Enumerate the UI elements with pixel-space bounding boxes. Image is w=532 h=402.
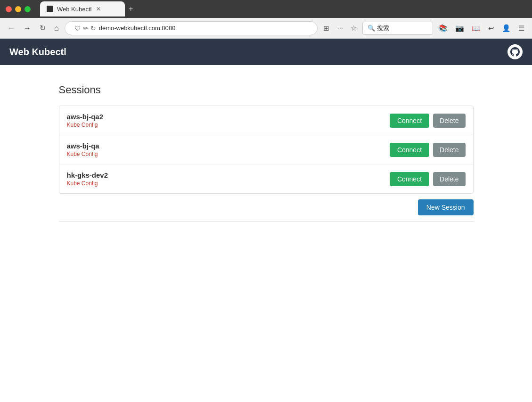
more-button[interactable]: ···: [334, 22, 346, 34]
connect-button[interactable]: Connect: [390, 143, 429, 157]
window-controls: [6, 6, 31, 12]
url-bar[interactable]: 🛡 ✏ ↻ demo-webkubectl.com:8080: [65, 21, 318, 35]
search-placeholder: 搜索: [377, 24, 389, 33]
connect-button[interactable]: Connect: [390, 114, 429, 128]
tab-bar: Web Kubectl ✕ +: [36, 1, 526, 16]
connect-button[interactable]: Connect: [390, 172, 429, 186]
session-type: Kube Config: [67, 180, 390, 187]
tab-favicon: [47, 6, 53, 12]
back-arrow-button[interactable]: ↩: [485, 22, 497, 34]
nav-tools-right: 📚 📷 📖 ↩ 👤 ☰: [436, 22, 527, 34]
window-maximize-button[interactable]: [25, 6, 31, 12]
reader-button[interactable]: 📖: [469, 22, 483, 34]
bookmark-button[interactable]: ☆: [348, 22, 360, 34]
table-row: aws-bj-qa2 Kube Config Connect Delete: [59, 106, 473, 135]
account-button[interactable]: 👤: [499, 22, 514, 34]
new-tab-button[interactable]: +: [125, 5, 137, 13]
session-info: aws-bj-qa2 Kube Config: [67, 113, 390, 128]
divider-bottom: [59, 221, 474, 222]
session-type: Kube Config: [67, 151, 390, 157]
menu-button[interactable]: ☰: [516, 22, 527, 34]
app-header: Web Kubectl: [0, 39, 532, 65]
window-close-button[interactable]: [6, 6, 12, 12]
tab-close-button[interactable]: ✕: [95, 6, 102, 12]
delete-button[interactable]: Delete: [433, 143, 465, 157]
window-minimize-button[interactable]: [15, 6, 21, 12]
nav-tools: ⊞ ··· ☆: [320, 22, 360, 34]
browser-titlebar: Web Kubectl ✕ +: [0, 0, 532, 18]
sessions-heading: Sessions: [59, 84, 474, 96]
library-button[interactable]: 📚: [436, 22, 450, 34]
sessions-container: Sessions aws-bj-qa2 Kube Config Connect …: [59, 84, 474, 221]
session-name: hk-gks-dev2: [67, 171, 390, 179]
sessions-table: aws-bj-qa2 Kube Config Connect Delete aw…: [59, 106, 474, 194]
tab-title: Web Kubectl: [57, 6, 91, 13]
session-name: aws-bj-qa: [67, 142, 390, 150]
search-icon: 🔍: [368, 25, 375, 32]
search-bar[interactable]: 🔍 搜索: [362, 22, 433, 35]
forward-button[interactable]: →: [21, 22, 34, 34]
back-button[interactable]: ←: [5, 22, 18, 34]
session-name: aws-bj-qa2: [67, 113, 390, 121]
browser-chrome: Web Kubectl ✕ + ← → ↻ ⌂ 🛡 ✏ ↻ demo-webku…: [0, 0, 532, 39]
nav-bar: ← → ↻ ⌂ 🛡 ✏ ↻ demo-webkubectl.com:8080 ⊞…: [0, 18, 532, 39]
table-row: aws-bj-qa Kube Config Connect Delete: [59, 135, 473, 164]
security-icons: 🛡 ✏ ↻: [72, 25, 99, 32]
session-type: Kube Config: [67, 122, 390, 128]
refresh-button[interactable]: ↻: [37, 22, 49, 34]
session-actions: Connect Delete: [390, 172, 466, 186]
qr-button[interactable]: ⊞: [320, 22, 332, 34]
session-info: hk-gks-dev2 Kube Config: [67, 171, 390, 187]
session-actions: Connect Delete: [390, 114, 466, 128]
shield-icon: 🛡: [74, 25, 81, 32]
delete-button[interactable]: Delete: [433, 114, 465, 128]
delete-button[interactable]: Delete: [433, 172, 465, 186]
tab-active[interactable]: Web Kubectl ✕: [40, 1, 125, 16]
session-actions: Connect Delete: [390, 143, 466, 157]
github-icon[interactable]: [507, 44, 523, 59]
table-row: hk-gks-dev2 Kube Config Connect Delete: [59, 164, 473, 193]
main-content: Sessions aws-bj-qa2 Kube Config Connect …: [0, 65, 532, 402]
new-session-button[interactable]: New Session: [418, 199, 474, 215]
edit-icon: ✏: [83, 25, 89, 32]
screenshot-button[interactable]: 📷: [452, 22, 467, 34]
session-info: aws-bj-qa Kube Config: [67, 142, 390, 157]
app-title: Web Kubectl: [9, 47, 66, 57]
home-button[interactable]: ⌂: [51, 22, 62, 34]
refresh-small-icon: ↻: [90, 25, 96, 32]
url-text: demo-webkubectl.com:8080: [99, 25, 311, 32]
new-session-row: New Session: [59, 194, 474, 221]
